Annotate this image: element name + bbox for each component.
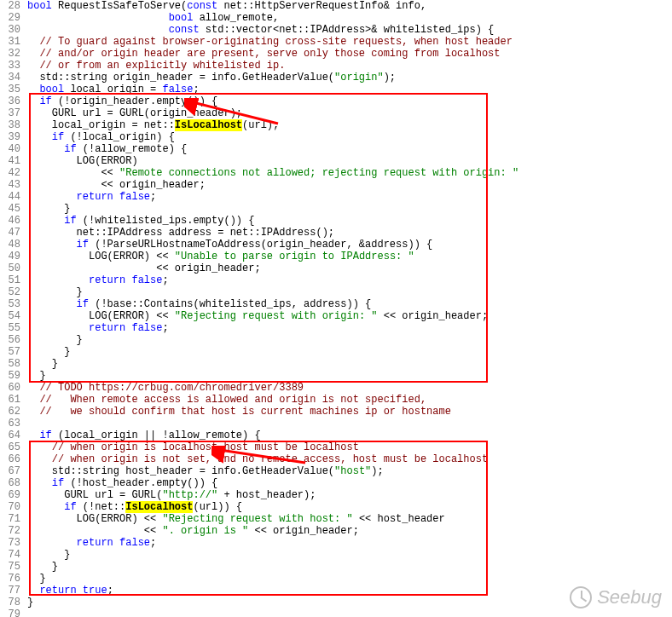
code-line: // when origin is not set, and no remote… <box>27 453 672 465</box>
code-line: << origin_header; <box>27 262 672 274</box>
code-line <box>27 418 672 430</box>
code-line: } <box>27 358 672 370</box>
code-line: // When remote access is allowed and ori… <box>27 394 672 406</box>
line-number: 39 <box>0 131 24 143</box>
code-line: if (!allow_remote) { <box>27 143 672 155</box>
code-line: bool allow_remote, <box>27 12 672 24</box>
line-number: 41 <box>0 155 24 167</box>
line-number: 75 <box>0 561 24 573</box>
line-number: 43 <box>0 179 24 191</box>
code-line: << origin_header; <box>27 179 672 191</box>
code-line: bool RequestIsSafeToServe(const net::Htt… <box>27 0 672 12</box>
line-number: 73 <box>0 537 24 549</box>
line-number: 28 <box>0 0 24 12</box>
line-number: 58 <box>0 358 24 370</box>
line-number: 35 <box>0 84 24 95</box>
line-number: 47 <box>0 227 24 239</box>
line-number: 33 <box>0 60 24 72</box>
line-number: 72 <box>0 525 24 537</box>
code-line: if (!local_origin) { <box>27 131 672 143</box>
code-line: return false; <box>27 322 672 334</box>
line-number: 64 <box>0 430 24 441</box>
line-number: 50 <box>0 262 24 274</box>
line-number: 52 <box>0 286 24 298</box>
line-number: 40 <box>0 143 24 155</box>
code-line: << ". origin is " << origin_header; <box>27 525 672 537</box>
code-line: LOG(ERROR) << "Rejecting request with ho… <box>27 513 672 525</box>
code-line: // and/or origin header are present, ser… <box>27 48 672 60</box>
code-line: << "Remote connections not allowed; reje… <box>27 167 672 179</box>
code-line: } <box>27 286 672 298</box>
line-number: 30 <box>0 24 24 36</box>
line-number: 48 <box>0 239 24 251</box>
watermark-clock-icon <box>570 586 592 608</box>
line-number-gutter: 2829303132333435363738394041424344454647… <box>0 0 24 617</box>
line-number: 70 <box>0 501 24 513</box>
code-line: net::IPAddress address = net::IPAddress(… <box>27 227 672 239</box>
code-line: if (!whitelisted_ips.empty()) { <box>27 215 672 227</box>
code-line: std::string origin_header = info.GetHead… <box>27 72 672 84</box>
code-line: if (!origin_header.empty()) { <box>27 95 672 107</box>
code-line: return false; <box>27 274 672 286</box>
line-number: 79 <box>0 608 24 617</box>
line-number: 57 <box>0 346 24 358</box>
line-number: 51 <box>0 274 24 286</box>
watermark-text: Seebug <box>597 591 662 603</box>
line-number: 61 <box>0 394 24 406</box>
code-line: LOG(ERROR) << "Rejecting request with or… <box>27 310 672 322</box>
line-number: 66 <box>0 453 24 465</box>
code-line: LOG(ERROR) <box>27 155 672 167</box>
line-number: 77 <box>0 585 24 597</box>
code-line: const std::vector<net::IPAddress>& white… <box>27 24 672 36</box>
code-line: } <box>27 334 672 346</box>
line-number: 49 <box>0 251 24 262</box>
line-number: 54 <box>0 310 24 322</box>
line-number: 71 <box>0 513 24 525</box>
code-line: if (local_origin || !allow_remote) { <box>27 430 672 441</box>
code-line: // we should confirm that host is curren… <box>27 406 672 418</box>
line-number: 69 <box>0 489 24 501</box>
code-line: // or from an explicitly whitelisted ip. <box>27 60 672 72</box>
line-number: 32 <box>0 48 24 60</box>
watermark: Seebug <box>570 586 662 608</box>
code-line: return false; <box>27 537 672 549</box>
code-line: bool local_origin = false; <box>27 84 672 95</box>
code-content: bool RequestIsSafeToServe(const net::Htt… <box>27 0 672 617</box>
line-number: 42 <box>0 167 24 179</box>
line-number: 45 <box>0 203 24 215</box>
code-line: if (!base::Contains(whitelisted_ips, add… <box>27 298 672 310</box>
line-number: 65 <box>0 441 24 453</box>
line-number: 59 <box>0 370 24 382</box>
code-line: GURL url = GURL("http://" + host_header)… <box>27 489 672 501</box>
code-line: } <box>27 561 672 573</box>
line-number: 53 <box>0 298 24 310</box>
code-line: std::string host_header = info.GetHeader… <box>27 465 672 477</box>
code-line: local_origin = net::IsLocalhost(url); <box>27 119 672 131</box>
line-number: 60 <box>0 382 24 394</box>
code-line: } <box>27 370 672 382</box>
line-number: 78 <box>0 597 24 608</box>
code-line: } <box>27 346 672 358</box>
code-line: // To guard against browser-originating … <box>27 36 672 48</box>
line-number: 56 <box>0 334 24 346</box>
code-line: if (!net::IsLocalhost(url)) { <box>27 501 672 513</box>
code-line: // when origin is localhost host must be… <box>27 441 672 453</box>
line-number: 76 <box>0 573 24 585</box>
code-line: if (!host_header.empty()) { <box>27 477 672 489</box>
code-line <box>27 608 672 617</box>
line-number: 38 <box>0 119 24 131</box>
code-line: return false; <box>27 191 672 203</box>
code-line: LOG(ERROR) << "Unable to parse origin to… <box>27 251 672 262</box>
line-number: 68 <box>0 477 24 489</box>
line-number: 44 <box>0 191 24 203</box>
code-line: } <box>27 573 672 585</box>
code-line: } <box>27 203 672 215</box>
code-line: if (!ParseURLHostnameToAddress(origin_he… <box>27 239 672 251</box>
line-number: 29 <box>0 12 24 24</box>
line-number: 34 <box>0 72 24 84</box>
code-line: } <box>27 549 672 561</box>
line-number: 36 <box>0 95 24 107</box>
line-number: 37 <box>0 107 24 119</box>
line-number: 31 <box>0 36 24 48</box>
line-number: 55 <box>0 322 24 334</box>
